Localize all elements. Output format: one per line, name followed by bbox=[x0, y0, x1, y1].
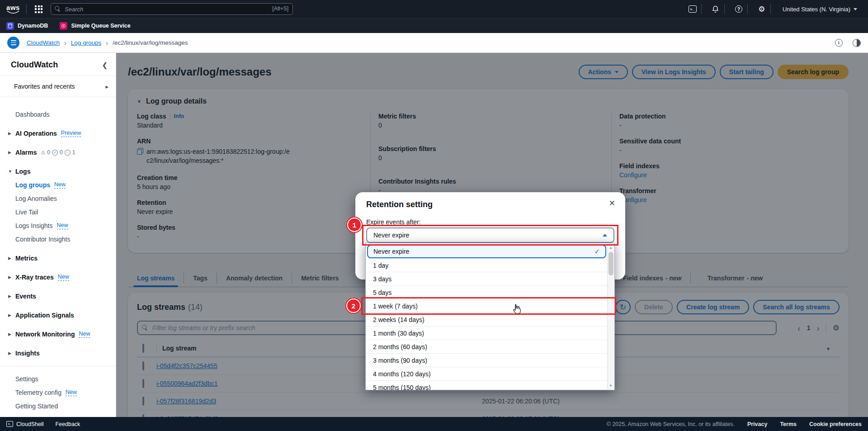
terminal-icon: >_ bbox=[689, 5, 697, 13]
expire-events-label: Expire events after: bbox=[366, 218, 421, 226]
footer-feedback[interactable]: Feedback bbox=[55, 421, 80, 427]
notifications-button[interactable] bbox=[707, 5, 724, 13]
retention-select[interactable]: Never expire bbox=[366, 227, 614, 243]
question-icon: ? bbox=[735, 5, 742, 13]
sidebar-item-network-monitoring[interactable]: ▶ Network Monitoring New bbox=[0, 327, 116, 341]
chevron-down-icon: ▼ bbox=[8, 169, 12, 174]
region-label: United States (N. Virginia) bbox=[783, 6, 850, 13]
sidebar-item-alarms[interactable]: ▶ Alarms ⚠0 ✓0 ⋯1 bbox=[0, 146, 116, 159]
option-never-expire[interactable]: Never expire ✓ bbox=[367, 245, 606, 258]
split-panel-icon[interactable] bbox=[853, 39, 861, 47]
aws-console-page: { "topbar": { "search_placeholder": "Sea… bbox=[0, 0, 868, 431]
close-icon[interactable]: ✕ bbox=[609, 199, 615, 208]
top-navigation-bar: aws [Alt+S] >_ ? ⚙ United States (N. Vir… bbox=[0, 0, 868, 18]
breadcrumb-separator: › bbox=[64, 39, 66, 47]
alarm-ok-icon: ✓ bbox=[52, 150, 58, 156]
sidebar-item-application-signals[interactable]: ▶ Application Signals bbox=[0, 308, 116, 322]
scroll-down-icon[interactable]: ▼ bbox=[608, 382, 614, 389]
breadcrumb-separator: › bbox=[106, 39, 108, 47]
favorites-bar: DynamoDB Simple Queue Service bbox=[0, 18, 868, 33]
dropdown-scrollbar[interactable]: ▲ ▼ bbox=[607, 244, 614, 389]
info-icon[interactable]: i bbox=[835, 39, 843, 47]
services-menu-icon[interactable] bbox=[35, 5, 42, 13]
new-link[interactable]: New bbox=[58, 274, 69, 281]
help-button[interactable]: ? bbox=[730, 5, 747, 13]
chevron-right-icon: ▶ bbox=[8, 351, 11, 355]
search-icon bbox=[55, 6, 61, 12]
divider bbox=[747, 4, 748, 14]
annotation-step-1-badge: 1 bbox=[347, 218, 362, 232]
sidebar-item-log-anomalies[interactable]: Log Anomalies bbox=[0, 192, 116, 205]
chevron-right-icon: ▶ bbox=[8, 294, 11, 298]
terms-link[interactable]: Terms bbox=[780, 421, 797, 427]
sidebar-item-metrics[interactable]: ▶ Metrics bbox=[0, 251, 116, 265]
sidebar: CloudWatch ❮ Favorites and recents ▸ Das… bbox=[0, 53, 116, 417]
alarm-badges: ⚠0 ✓0 ⋯1 bbox=[41, 149, 75, 156]
dynamodb-icon bbox=[6, 22, 14, 30]
sidebar-item-dashboards[interactable]: Dashboards bbox=[0, 108, 116, 121]
option-2-months[interactable]: 2 months (60 days) bbox=[366, 340, 607, 353]
aws-logo[interactable]: aws bbox=[6, 5, 20, 14]
chevron-right-icon: ▶ bbox=[8, 150, 11, 155]
sidebar-item-logs[interactable]: ▼ Logs bbox=[0, 165, 116, 178]
sidebar-item-contributor-insights[interactable]: Contributor Insights bbox=[0, 232, 116, 246]
new-link[interactable]: New bbox=[66, 389, 77, 396]
option-1-week[interactable]: 1 week (7 days) bbox=[366, 299, 607, 313]
region-selector[interactable]: United States (N. Virginia) bbox=[776, 6, 862, 13]
sidebar-item-settings[interactable]: Settings bbox=[0, 372, 116, 386]
sidebar-item-telemetry-config[interactable]: Telemetry config New bbox=[0, 386, 116, 399]
preview-link[interactable]: Preview bbox=[61, 130, 81, 137]
check-icon: ✓ bbox=[594, 247, 600, 256]
option-3-months[interactable]: 3 months (90 days) bbox=[366, 353, 607, 367]
scrollbar-thumb[interactable] bbox=[609, 252, 613, 275]
option-3-days[interactable]: 3 days bbox=[366, 272, 607, 285]
sidebar-item-favorites[interactable]: Favorites and recents ▸ bbox=[0, 82, 116, 91]
favorite-dynamodb[interactable]: DynamoDB bbox=[6, 22, 48, 30]
sidebar-item-live-tail[interactable]: Live Tail bbox=[0, 205, 116, 219]
new-link[interactable]: New bbox=[79, 331, 90, 338]
divider bbox=[26, 4, 27, 14]
sidebar-collapse-icon[interactable]: ❮ bbox=[102, 61, 108, 69]
hamburger-menu-icon[interactable] bbox=[7, 37, 19, 49]
alarm-insufficient-icon: ⋯ bbox=[65, 150, 71, 156]
option-5-days[interactable]: 5 days bbox=[366, 285, 607, 299]
settings-button[interactable]: ⚙ bbox=[753, 5, 770, 13]
breadcrumb-cloudwatch[interactable]: CloudWatch bbox=[27, 39, 60, 46]
option-4-months[interactable]: 4 months (120 days) bbox=[366, 367, 607, 380]
search-shortcut: [Alt+S] bbox=[272, 5, 288, 12]
option-1-month[interactable]: 1 month (30 days) bbox=[366, 326, 607, 340]
cloudshell-button[interactable]: >_ bbox=[684, 5, 701, 13]
sidebar-item-log-groups[interactable]: Log groups New bbox=[0, 178, 116, 192]
sidebar-item-events[interactable]: ▶ Events bbox=[0, 289, 116, 303]
search-input[interactable] bbox=[51, 3, 293, 15]
sidebar-title: CloudWatch bbox=[11, 60, 58, 70]
gear-icon: ⚙ bbox=[758, 5, 765, 13]
breadcrumb-log-groups[interactable]: Log groups bbox=[71, 39, 102, 46]
new-link[interactable]: New bbox=[57, 222, 68, 229]
option-5-months[interactable]: 5 months (150 days) bbox=[366, 380, 607, 390]
option-1-day[interactable]: 1 day bbox=[366, 258, 607, 272]
sidebar-item-ai-operations[interactable]: ▶ AI Operations Preview bbox=[0, 127, 116, 140]
sidebar-item-whats-new[interactable]: What's new bbox=[0, 413, 116, 417]
chevron-right-icon: ▶ bbox=[8, 131, 11, 136]
privacy-link[interactable]: Privacy bbox=[747, 421, 767, 427]
aws-smile-icon bbox=[6, 10, 20, 14]
breadcrumb-current: /ec2/linux/var/log/messages bbox=[113, 39, 188, 46]
copyright-text: © 2025, Amazon Web Services, Inc. or its… bbox=[607, 421, 735, 427]
sidebar-item-insights[interactable]: ▶ Insights bbox=[0, 346, 116, 360]
scroll-up-icon[interactable]: ▲ bbox=[608, 244, 614, 251]
alarm-warning-icon: ⚠ bbox=[41, 150, 45, 155]
favorite-sqs[interactable]: Simple Queue Service bbox=[60, 22, 130, 30]
option-2-weeks[interactable]: 2 weeks (14 days) bbox=[366, 313, 607, 326]
sidebar-item-logs-insights[interactable]: Logs Insights New bbox=[0, 219, 116, 232]
chevron-right-icon: ▶ bbox=[8, 275, 11, 279]
new-link[interactable]: New bbox=[54, 181, 66, 189]
divider bbox=[724, 4, 725, 14]
footer-bar: >_ CloudShell Feedback © 2025, Amazon We… bbox=[0, 417, 868, 431]
footer-cloudshell[interactable]: >_ CloudShell bbox=[6, 421, 43, 427]
sidebar-item-xray-traces[interactable]: ▶ X-Ray traces New bbox=[0, 270, 116, 284]
chevron-up-icon bbox=[603, 234, 607, 237]
sidebar-item-getting-started[interactable]: Getting Started bbox=[0, 399, 116, 413]
chevron-right-icon: ▶ bbox=[8, 256, 11, 260]
cookie-preferences-link[interactable]: Cookie preferences bbox=[809, 421, 862, 427]
